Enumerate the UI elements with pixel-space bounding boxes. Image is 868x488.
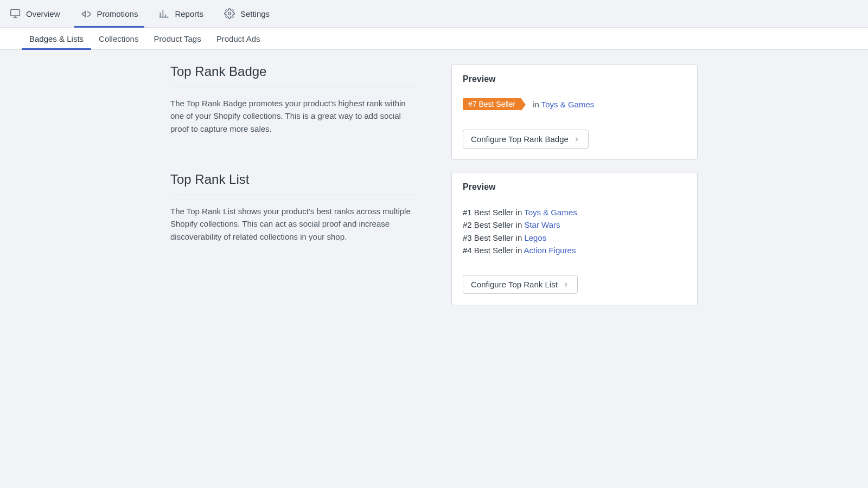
subbar-item-collections[interactable]: Collections [91,28,146,49]
badge-preview: #7 Best Seller in Toys & Games [463,98,686,110]
rank-collection-link[interactable]: Legos [524,233,546,242]
megaphone-icon [81,9,92,20]
badge-collection-link[interactable]: Toys & Games [541,100,595,109]
subbar-item-label: Collections [99,34,138,43]
rank-prefix: #3 Best Seller in [463,233,524,242]
bar-chart-icon [158,8,169,19]
subbar-item-label: Product Ads [216,34,260,43]
rank-prefix: #4 Best Seller in [463,246,524,255]
in-word: in [533,100,539,109]
subbar-item-product-ads[interactable]: Product Ads [209,28,268,49]
main-content: Top Rank Badge The Top Rank Badge promot… [0,50,868,305]
section-description: The Top Rank List shows your product's b… [170,205,417,243]
svg-rect-0 [11,10,20,16]
topbar-item-promotions[interactable]: Promotions [74,0,145,28]
subbar: Badges & Lists Collections Product Tags … [0,28,868,50]
topbar-item-label: Reports [175,9,203,18]
configure-list-button[interactable]: Configure Top Rank List [463,275,578,294]
rank-list-item: #2 Best Seller in Star Wars [463,219,686,231]
rank-list: #1 Best Seller in Toys & Games #2 Best S… [463,206,686,256]
monitor-icon [10,8,21,19]
rank-prefix: #2 Best Seller in [463,220,524,229]
topbar-item-label: Settings [240,9,270,18]
topbar-item-reports[interactable]: Reports [152,0,210,27]
section-title: Top Rank List [170,172,417,195]
button-label: Configure Top Rank List [471,280,558,289]
topbar-item-label: Promotions [97,9,138,18]
rank-list-item: #1 Best Seller in Toys & Games [463,206,686,219]
topbar: Overview Promotions Reports Settings [0,0,868,28]
badge-suffix: in Toys & Games [533,100,594,109]
rank-list-item: #4 Best Seller in Action Figures [463,244,686,256]
section-title: Top Rank Badge [170,64,417,87]
svg-point-1 [228,12,231,15]
card-title: Preview [463,74,686,84]
rank-collection-link[interactable]: Toys & Games [524,208,577,217]
rank-badge: #7 Best Seller [463,98,521,110]
button-label: Configure Top Rank Badge [471,134,569,144]
gear-icon [224,8,235,19]
section-top-rank-badge: Top Rank Badge The Top Rank Badge promot… [0,64,868,160]
chevron-right-icon [573,136,580,143]
list-preview-card: Preview #1 Best Seller in Toys & Games #… [451,172,698,305]
chevron-right-icon [562,281,570,288]
subbar-item-badges-lists[interactable]: Badges & Lists [22,28,91,50]
rank-list-item: #3 Best Seller in Legos [463,232,686,244]
rank-collection-link[interactable]: Action Figures [524,246,576,255]
section-description: The Top Rank Badge promotes your product… [170,97,417,135]
subbar-item-label: Badges & Lists [29,34,84,43]
topbar-item-label: Overview [26,9,60,18]
card-title: Preview [463,182,686,192]
rank-collection-link[interactable]: Star Wars [524,220,560,229]
subbar-item-product-tags[interactable]: Product Tags [146,28,208,49]
rank-prefix: #1 Best Seller in [463,208,524,217]
configure-badge-button[interactable]: Configure Top Rank Badge [463,130,589,149]
subbar-item-label: Product Tags [154,34,201,43]
section-top-rank-list: Top Rank List The Top Rank List shows yo… [0,172,868,305]
topbar-item-settings[interactable]: Settings [218,0,276,27]
badge-preview-card: Preview #7 Best Seller in Toys & Games C… [451,64,698,160]
topbar-item-overview[interactable]: Overview [3,0,67,27]
